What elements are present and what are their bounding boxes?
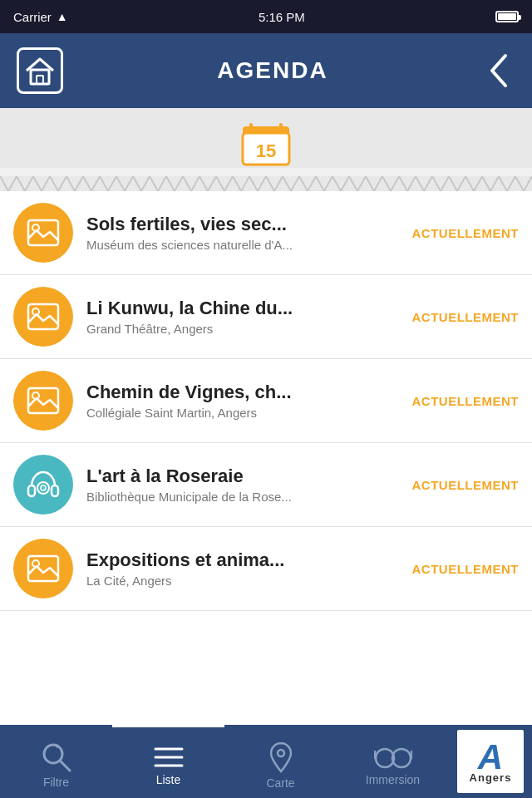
item-title: L'art à la Roseraie (86, 466, 406, 487)
picture-icon (27, 387, 60, 415)
svg-line-21 (60, 761, 70, 771)
item-subtitle: Bibliothèque Municipale de la Rose... (86, 490, 406, 504)
item-badge: ACTUELLEMENT (412, 310, 520, 324)
item-icon (13, 371, 73, 431)
calendar-strip: 15 (0, 108, 532, 168)
back-button[interactable] (482, 47, 515, 94)
svg-point-27 (278, 750, 284, 756)
home-icon (25, 56, 55, 86)
list-item[interactable]: Li Kunwu, la Chine du...Grand Théâtre, A… (0, 275, 532, 359)
angers-logo: A Angers (456, 728, 525, 795)
tab-immersion-label: Immersion (366, 773, 420, 786)
item-badge: ACTUELLEMENT (412, 478, 520, 492)
list-item[interactable]: ☞ L'art à la RoseraieBibliothèque Munici… (0, 443, 532, 527)
svg-text:☞: ☞ (41, 485, 47, 493)
list-item[interactable]: Chemin de Vignes, ch...Collégiale Saint … (0, 359, 532, 443)
svg-point-28 (376, 749, 394, 767)
calendar-icon: 15 (239, 121, 293, 168)
carrier-info: Carrier ▲ (13, 10, 68, 24)
item-icon: ☞ (13, 455, 73, 515)
angers-letter: A (478, 740, 503, 775)
item-subtitle: Grand Théâtre, Angers (86, 322, 406, 336)
item-title: Li Kunwu, la Chine du... (86, 298, 406, 319)
status-bar: Carrier ▲ 5:16 PM (0, 0, 532, 33)
page-title: AGENDA (217, 57, 328, 84)
event-list: Sols fertiles, vies sec...Muséum des sci… (0, 191, 532, 756)
item-text: L'art à la RoseraieBibliothèque Municipa… (86, 466, 406, 504)
tab-carte-label: Carte (266, 776, 294, 790)
zigzag-separator (0, 176, 532, 191)
item-icon (13, 539, 73, 598)
zigzag-svg (0, 176, 532, 191)
home-button[interactable] (17, 47, 63, 94)
item-title: Expositions et anima... (86, 549, 406, 571)
item-subtitle: Muséum des sciences naturelle d'A... (86, 238, 406, 252)
item-icon (13, 287, 73, 347)
item-title: Chemin de Vignes, ch... (86, 382, 406, 403)
carte-icon (268, 741, 294, 773)
tab-angers[interactable]: A Angers (449, 725, 532, 798)
time-display: 5:16 PM (259, 10, 305, 24)
battery-icon (495, 11, 519, 22)
tab-bar: + Filtre Liste Carte Immersion A A (0, 725, 532, 798)
headphones-icon: ☞ (27, 470, 60, 500)
item-title: Sols fertiles, vies sec... (86, 214, 406, 235)
liste-icon (154, 745, 184, 770)
angers-text: Angers (470, 771, 512, 784)
item-text: Chemin de Vignes, ch...Collégiale Saint … (86, 382, 406, 420)
svg-point-29 (392, 749, 411, 767)
svg-rect-14 (52, 485, 58, 496)
item-badge: ACTUELLEMENT (412, 394, 520, 408)
svg-rect-13 (28, 485, 35, 496)
item-badge: ACTUELLEMENT (412, 562, 520, 576)
back-icon (487, 52, 510, 89)
svg-rect-0 (31, 70, 49, 84)
tab-immersion[interactable]: Immersion (337, 725, 449, 798)
wifi-icon: ▲ (57, 10, 68, 23)
picture-icon (27, 219, 60, 247)
list-item[interactable]: Expositions et anima...La Cité, AngersAC… (0, 527, 532, 611)
immersion-icon (374, 745, 412, 770)
item-text: Expositions et anima...La Cité, Angers (86, 549, 406, 588)
calendar-svg: 15 (239, 121, 293, 168)
item-icon (13, 203, 73, 263)
svg-text:15: 15 (256, 140, 276, 161)
tab-carte[interactable]: Carte (224, 725, 337, 798)
tab-filtre-label: Filtre (43, 776, 69, 789)
picture-icon (27, 554, 60, 583)
tab-liste-label: Liste (156, 773, 181, 786)
filtre-icon: + (42, 742, 71, 772)
item-text: Sols fertiles, vies sec...Muséum des sci… (86, 214, 406, 252)
item-badge: ACTUELLEMENT (412, 226, 520, 240)
item-subtitle: La Cité, Angers (86, 574, 406, 588)
carrier-text: Carrier (13, 10, 52, 24)
tab-filtre[interactable]: + Filtre (0, 725, 112, 798)
svg-text:+: + (55, 742, 59, 751)
list-item[interactable]: Sols fertiles, vies sec...Muséum des sci… (0, 191, 532, 275)
picture-icon (27, 303, 60, 331)
item-subtitle: Collégiale Saint Martin, Angers (86, 406, 406, 420)
tab-liste[interactable]: Liste (112, 725, 224, 798)
item-text: Li Kunwu, la Chine du...Grand Théâtre, A… (86, 298, 406, 336)
header: AGENDA (0, 33, 532, 108)
